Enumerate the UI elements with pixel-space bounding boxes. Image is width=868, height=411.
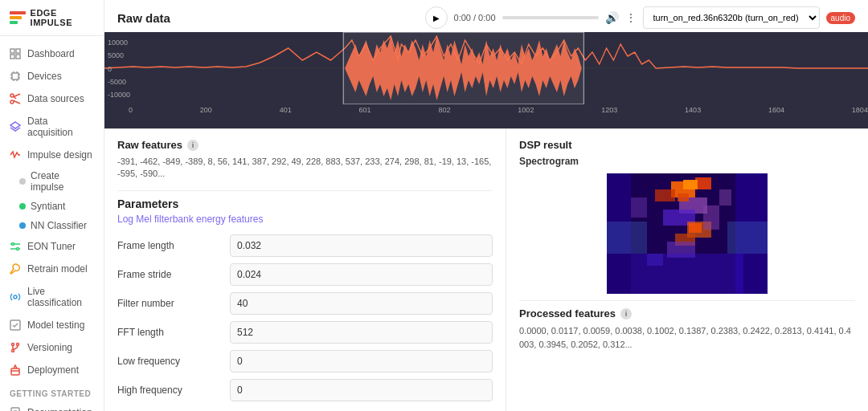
x-label-0: 0 xyxy=(129,106,133,114)
sidebar-item-nn-classifier[interactable]: NN Classifier xyxy=(19,216,104,235)
audio-progress-bar[interactable] xyxy=(502,16,599,19)
logo-stripe-1 xyxy=(10,11,26,14)
file-selector[interactable]: turn_on_red.36n6320b (turn_on_red) xyxy=(643,6,820,29)
sidebar-label-syntiant: Syntiant xyxy=(31,201,65,212)
sidebar-item-retrain-model[interactable]: Retrain model xyxy=(0,258,104,280)
raw-data-header: Raw data ▶ 0:00 / 0:00 🔊 ⋮ turn_on_red.3… xyxy=(104,0,868,129)
param-row-high-frequency: High frequency xyxy=(117,379,493,401)
sidebar-label-dashboard: Dashboard xyxy=(27,48,75,59)
svg-rect-41 xyxy=(655,189,675,201)
grid-icon xyxy=(10,48,21,59)
x-axis-labels: 0 200 401 601 802 1002 1203 1403 1604 18… xyxy=(104,104,868,116)
raw-features-info-icon[interactable]: i xyxy=(187,140,199,151)
sliders-icon xyxy=(10,241,21,252)
param-label-frame-stride: Frame stride xyxy=(117,269,230,280)
sidebar-label-impulse-design: Impulse design xyxy=(27,149,92,161)
param-input-low-frequency[interactable] xyxy=(230,350,493,372)
svg-rect-48 xyxy=(703,206,719,230)
svg-rect-55 xyxy=(678,193,689,201)
svg-rect-4 xyxy=(12,73,18,79)
dot-green xyxy=(19,203,26,210)
y-label-3: -5000 xyxy=(108,78,130,86)
sidebar-item-deployment[interactable]: Deployment xyxy=(0,359,104,381)
radio-icon xyxy=(10,291,21,303)
svg-rect-56 xyxy=(689,223,702,233)
svg-point-25 xyxy=(12,344,14,346)
sidebar-item-live-classification[interactable]: Live classification xyxy=(0,280,104,314)
more-icon[interactable]: ⋮ xyxy=(625,11,637,24)
svg-point-23 xyxy=(14,295,17,299)
param-input-filter-number[interactable] xyxy=(230,292,493,315)
dsp-divider xyxy=(519,300,855,301)
svg-rect-2 xyxy=(10,55,14,59)
param-input-high-frequency[interactable] xyxy=(230,379,493,401)
waveform-svg xyxy=(104,32,868,104)
cpu-icon xyxy=(10,71,21,82)
sidebar-item-devices[interactable]: Devices xyxy=(0,65,104,87)
right-panel: DSP result Spectrogram xyxy=(506,129,868,411)
param-input-fft-length[interactable] xyxy=(230,321,493,344)
sidebar-item-create-impulse[interactable]: Create impulse xyxy=(19,166,104,197)
processed-features-title: Processed features i xyxy=(519,307,855,319)
sidebar-item-versioning[interactable]: Versioning xyxy=(0,336,104,359)
git-branch-icon xyxy=(10,342,21,353)
sidebar-label-deployment: Deployment xyxy=(27,364,79,376)
logo-icon xyxy=(10,11,26,24)
sidebar-item-impulse-design[interactable]: Impulse design xyxy=(0,144,104,166)
processed-features-info-icon[interactable]: i xyxy=(620,308,632,319)
x-label-5: 1002 xyxy=(518,106,534,114)
sidebar-item-documentation[interactable]: Documentation xyxy=(0,401,104,411)
volume-icon[interactable]: 🔊 xyxy=(605,11,619,24)
x-label-4: 802 xyxy=(438,106,450,114)
param-label-filter-number: Filter number xyxy=(117,298,230,309)
content-area: Raw features i -391, -462, -849, -389, 8… xyxy=(104,129,868,411)
main-content: Raw data ▶ 0:00 / 0:00 🔊 ⋮ turn_on_red.3… xyxy=(104,0,868,411)
param-label-frame-length: Frame length xyxy=(117,240,230,251)
spectrogram-label: Spectrogram xyxy=(519,156,855,167)
svg-rect-36 xyxy=(343,32,583,104)
param-row-frame-stride: Frame stride xyxy=(117,263,493,286)
svg-point-14 xyxy=(10,94,14,97)
spectrogram-container xyxy=(519,173,855,294)
svg-point-27 xyxy=(17,344,19,346)
sidebar-label-model-testing: Model testing xyxy=(27,319,84,331)
sidebar-label-documentation: Documentation xyxy=(27,407,92,411)
svg-rect-29 xyxy=(11,368,19,375)
svg-line-15 xyxy=(14,94,20,97)
sidebar-item-dashboard[interactable]: Dashboard xyxy=(0,43,104,65)
play-button[interactable]: ▶ xyxy=(425,6,448,29)
y-label-0: 10000 xyxy=(108,39,130,47)
svg-line-16 xyxy=(14,101,20,104)
sidebar-label-create-impulse: Create impulse xyxy=(31,170,94,193)
tool-icon xyxy=(10,263,21,275)
sidebar-item-data-acquisition[interactable]: Data acquisition xyxy=(0,110,104,144)
processed-features-values: 0.0000, 0.0117, 0.0059, 0.0038, 0.1002, … xyxy=(519,324,855,351)
sidebar-item-syntiant[interactable]: Syntiant xyxy=(19,197,104,216)
y-label-1: 5000 xyxy=(108,51,130,59)
spectrogram-svg xyxy=(607,173,768,294)
book-icon xyxy=(10,407,21,411)
y-label-4: -10000 xyxy=(108,91,130,99)
svg-rect-53 xyxy=(631,254,743,294)
sidebar: EDGE IMPULSE Dashboard Devices Data sour… xyxy=(0,0,104,411)
sidebar-label-live-classification: Live classification xyxy=(27,286,94,308)
raw-data-title: Raw data xyxy=(117,11,170,25)
dot-blue xyxy=(19,222,26,229)
sidebar-item-data-sources[interactable]: Data sources xyxy=(0,87,104,110)
sidebar-item-eon-tuner[interactable]: EON Tuner xyxy=(0,235,104,258)
waveform-container: 10000 5000 0 -5000 -10000 xyxy=(104,32,868,128)
parameters-subtitle: Log Mel filterbank energy features xyxy=(117,214,493,225)
param-input-frame-stride[interactable] xyxy=(230,263,493,286)
param-row-low-frequency: Low frequency xyxy=(117,350,493,372)
param-input-frame-length[interactable] xyxy=(230,234,493,257)
svg-rect-49 xyxy=(719,189,731,206)
svg-point-13 xyxy=(10,100,14,104)
x-label-2: 401 xyxy=(280,106,292,114)
package-icon xyxy=(10,364,21,376)
x-label-1: 200 xyxy=(200,106,212,114)
sidebar-item-model-testing[interactable]: Model testing xyxy=(0,314,104,336)
sidebar-label-versioning: Versioning xyxy=(27,342,72,353)
raw-data-title-bar: Raw data ▶ 0:00 / 0:00 🔊 ⋮ turn_on_red.3… xyxy=(104,0,868,32)
param-row-filter-number: Filter number xyxy=(117,292,493,315)
audio-badge: audio xyxy=(826,12,855,24)
